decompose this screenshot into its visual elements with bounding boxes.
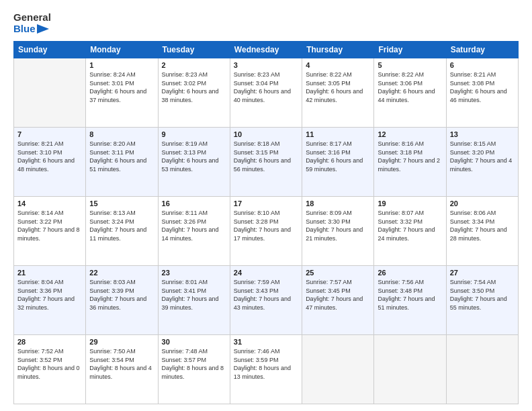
day-info: Sunrise: 8:23 AMSunset: 3:04 PMDaylight:… bbox=[234, 71, 298, 104]
day-info: Sunrise: 8:11 AMSunset: 3:26 PMDaylight:… bbox=[162, 209, 226, 242]
day-number: 6 bbox=[450, 61, 515, 69]
calendar-cell: 5Sunrise: 8:22 AMSunset: 3:06 PMDaylight… bbox=[374, 58, 446, 128]
logo-blue: Blue bbox=[13, 24, 36, 35]
day-number: 20 bbox=[450, 199, 515, 208]
week-row-1: 1Sunrise: 8:24 AMSunset: 3:01 PMDaylight… bbox=[14, 58, 519, 128]
day-number: 10 bbox=[234, 130, 298, 138]
calendar-cell bbox=[302, 335, 374, 404]
day-number: 27 bbox=[450, 269, 515, 277]
weekday-header-sunday: Sunday bbox=[14, 42, 86, 58]
day-number: 8 bbox=[89, 130, 154, 138]
svg-marker-0 bbox=[37, 24, 49, 34]
week-row-2: 7Sunrise: 8:21 AMSunset: 3:10 PMDaylight… bbox=[14, 128, 519, 197]
day-info: Sunrise: 8:13 AMSunset: 3:24 PMDaylight:… bbox=[89, 209, 154, 242]
day-info: Sunrise: 8:22 AMSunset: 3:05 PMDaylight:… bbox=[306, 71, 370, 104]
weekday-header-tuesday: Tuesday bbox=[158, 42, 230, 58]
day-info: Sunrise: 8:14 AMSunset: 3:22 PMDaylight:… bbox=[17, 209, 82, 242]
day-number: 14 bbox=[17, 199, 82, 208]
calendar-cell: 10Sunrise: 8:18 AMSunset: 3:15 PMDayligh… bbox=[230, 128, 302, 197]
week-row-3: 14Sunrise: 8:14 AMSunset: 3:22 PMDayligh… bbox=[14, 197, 519, 266]
day-number: 3 bbox=[234, 61, 298, 69]
calendar-cell: 13Sunrise: 8:15 AMSunset: 3:20 PMDayligh… bbox=[446, 128, 518, 197]
day-info: Sunrise: 8:07 AMSunset: 3:32 PMDaylight:… bbox=[378, 209, 442, 242]
weekday-header-saturday: Saturday bbox=[446, 42, 518, 58]
day-number: 4 bbox=[306, 61, 370, 69]
page: General Blue SundayMondayTuesdayWednesda… bbox=[0, 0, 532, 411]
day-number: 29 bbox=[89, 338, 154, 346]
day-info: Sunrise: 8:21 AMSunset: 3:08 PMDaylight:… bbox=[450, 71, 515, 104]
calendar-cell: 28Sunrise: 7:52 AMSunset: 3:52 PMDayligh… bbox=[14, 335, 86, 404]
calendar-cell: 1Sunrise: 8:24 AMSunset: 3:01 PMDaylight… bbox=[86, 58, 158, 128]
day-number: 26 bbox=[378, 269, 442, 277]
calendar-cell: 23Sunrise: 8:01 AMSunset: 3:41 PMDayligh… bbox=[158, 266, 230, 335]
calendar-cell: 3Sunrise: 8:23 AMSunset: 3:04 PMDaylight… bbox=[230, 58, 302, 128]
calendar-cell: 12Sunrise: 8:16 AMSunset: 3:18 PMDayligh… bbox=[374, 128, 446, 197]
day-number: 18 bbox=[306, 199, 370, 208]
calendar-cell: 9Sunrise: 8:19 AMSunset: 3:13 PMDaylight… bbox=[158, 128, 230, 197]
day-number: 9 bbox=[162, 130, 226, 138]
calendar-cell: 4Sunrise: 8:22 AMSunset: 3:05 PMDaylight… bbox=[302, 58, 374, 128]
day-number: 31 bbox=[234, 338, 298, 346]
calendar-cell: 27Sunrise: 7:54 AMSunset: 3:50 PMDayligh… bbox=[446, 266, 518, 335]
calendar-cell: 20Sunrise: 8:06 AMSunset: 3:34 PMDayligh… bbox=[446, 197, 518, 266]
day-number: 5 bbox=[378, 61, 442, 69]
calendar-cell: 7Sunrise: 8:21 AMSunset: 3:10 PMDaylight… bbox=[14, 128, 86, 197]
weekday-header-wednesday: Wednesday bbox=[230, 42, 302, 58]
calendar-cell: 11Sunrise: 8:17 AMSunset: 3:16 PMDayligh… bbox=[302, 128, 374, 197]
weekday-header-thursday: Thursday bbox=[302, 42, 374, 58]
day-info: Sunrise: 7:54 AMSunset: 3:50 PMDaylight:… bbox=[450, 278, 515, 312]
day-info: Sunrise: 8:24 AMSunset: 3:01 PMDaylight:… bbox=[89, 71, 154, 104]
week-row-4: 21Sunrise: 8:04 AMSunset: 3:36 PMDayligh… bbox=[14, 266, 519, 335]
calendar-cell: 24Sunrise: 7:59 AMSunset: 3:43 PMDayligh… bbox=[230, 266, 302, 335]
calendar-cell: 19Sunrise: 8:07 AMSunset: 3:32 PMDayligh… bbox=[374, 197, 446, 266]
day-number: 24 bbox=[234, 269, 298, 277]
day-info: Sunrise: 7:50 AMSunset: 3:54 PMDaylight:… bbox=[89, 347, 154, 381]
logo-general: General bbox=[13, 12, 51, 24]
day-number: 21 bbox=[17, 269, 82, 277]
day-number: 25 bbox=[306, 269, 370, 277]
week-row-5: 28Sunrise: 7:52 AMSunset: 3:52 PMDayligh… bbox=[14, 335, 519, 404]
day-number: 16 bbox=[162, 199, 226, 208]
weekday-header-monday: Monday bbox=[86, 42, 158, 58]
day-info: Sunrise: 7:57 AMSunset: 3:45 PMDaylight:… bbox=[306, 278, 370, 312]
calendar-cell: 14Sunrise: 8:14 AMSunset: 3:22 PMDayligh… bbox=[14, 197, 86, 266]
day-info: Sunrise: 8:18 AMSunset: 3:15 PMDaylight:… bbox=[234, 140, 298, 173]
day-number: 15 bbox=[89, 199, 154, 208]
calendar-cell: 29Sunrise: 7:50 AMSunset: 3:54 PMDayligh… bbox=[86, 335, 158, 404]
day-info: Sunrise: 7:59 AMSunset: 3:43 PMDaylight:… bbox=[234, 278, 298, 312]
day-info: Sunrise: 7:46 AMSunset: 3:59 PMDaylight:… bbox=[234, 347, 298, 381]
calendar-cell bbox=[374, 335, 446, 404]
day-number: 30 bbox=[162, 338, 226, 346]
day-info: Sunrise: 8:19 AMSunset: 3:13 PMDaylight:… bbox=[162, 140, 226, 173]
calendar-cell: 8Sunrise: 8:20 AMSunset: 3:11 PMDaylight… bbox=[86, 128, 158, 197]
calendar-cell: 6Sunrise: 8:21 AMSunset: 3:08 PMDaylight… bbox=[446, 58, 518, 128]
calendar-cell: 25Sunrise: 7:57 AMSunset: 3:45 PMDayligh… bbox=[302, 266, 374, 335]
day-info: Sunrise: 7:52 AMSunset: 3:52 PMDaylight:… bbox=[17, 347, 82, 381]
calendar-cell: 21Sunrise: 8:04 AMSunset: 3:36 PMDayligh… bbox=[14, 266, 86, 335]
day-info: Sunrise: 7:56 AMSunset: 3:48 PMDaylight:… bbox=[378, 278, 442, 312]
day-info: Sunrise: 8:22 AMSunset: 3:06 PMDaylight:… bbox=[378, 71, 442, 104]
logo-container: General Blue bbox=[13, 12, 51, 34]
day-info: Sunrise: 8:06 AMSunset: 3:34 PMDaylight:… bbox=[450, 209, 515, 242]
calendar-table: SundayMondayTuesdayWednesdayThursdayFrid… bbox=[13, 41, 519, 404]
calendar-cell bbox=[14, 58, 86, 128]
day-info: Sunrise: 8:04 AMSunset: 3:36 PMDaylight:… bbox=[17, 278, 82, 312]
weekday-header-row: SundayMondayTuesdayWednesdayThursdayFrid… bbox=[14, 42, 519, 58]
day-number: 17 bbox=[234, 199, 298, 208]
day-number: 2 bbox=[162, 61, 226, 69]
calendar-cell bbox=[446, 335, 518, 404]
calendar-cell: 31Sunrise: 7:46 AMSunset: 3:59 PMDayligh… bbox=[230, 335, 302, 404]
day-info: Sunrise: 8:23 AMSunset: 3:02 PMDaylight:… bbox=[162, 71, 226, 104]
day-number: 22 bbox=[89, 269, 154, 277]
day-info: Sunrise: 8:17 AMSunset: 3:16 PMDaylight:… bbox=[306, 140, 370, 173]
day-number: 11 bbox=[306, 130, 370, 138]
day-info: Sunrise: 8:03 AMSunset: 3:39 PMDaylight:… bbox=[89, 278, 154, 312]
day-info: Sunrise: 8:15 AMSunset: 3:20 PMDaylight:… bbox=[450, 140, 515, 173]
calendar-cell: 18Sunrise: 8:09 AMSunset: 3:30 PMDayligh… bbox=[302, 197, 374, 266]
day-number: 12 bbox=[378, 130, 442, 138]
calendar-cell: 16Sunrise: 8:11 AMSunset: 3:26 PMDayligh… bbox=[158, 197, 230, 266]
day-number: 19 bbox=[378, 199, 442, 208]
calendar-cell: 17Sunrise: 8:10 AMSunset: 3:28 PMDayligh… bbox=[230, 197, 302, 266]
weekday-header-friday: Friday bbox=[374, 42, 446, 58]
day-info: Sunrise: 8:21 AMSunset: 3:10 PMDaylight:… bbox=[17, 140, 82, 173]
